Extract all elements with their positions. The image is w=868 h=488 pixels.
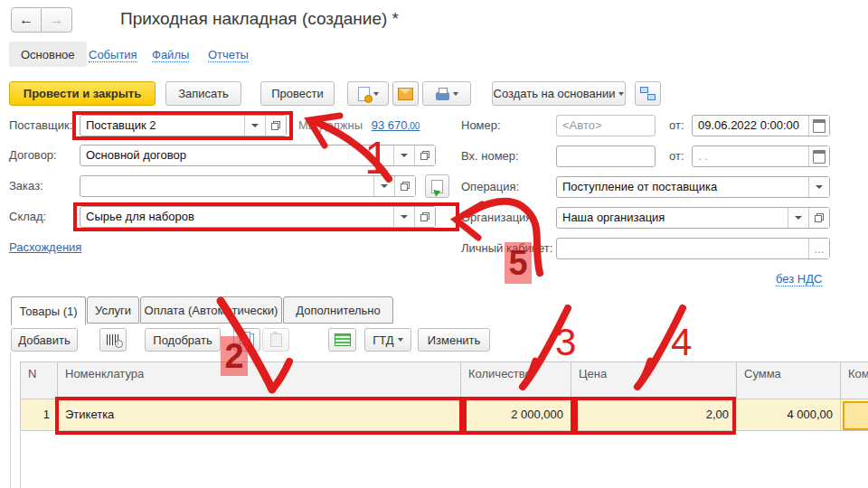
order-label: Заказ: [9, 179, 43, 192]
supplier-open-button[interactable] [265, 116, 286, 136]
tab-main[interactable]: Основное [9, 42, 87, 67]
column-header-n[interactable]: N [20, 362, 58, 399]
active-cell-highlight[interactable] [843, 401, 868, 430]
post-and-close-button[interactable]: Провести и закрыть [9, 81, 156, 106]
cell-row-number[interactable]: 1 [20, 399, 58, 430]
order-field[interactable] [80, 175, 416, 197]
barcode-scan-button[interactable] [99, 328, 127, 352]
debt-info: Мы должны 93 670,00 [298, 118, 420, 132]
page-title: Приходная накладная (создание) * [120, 9, 399, 29]
post-button[interactable]: Провести [260, 81, 335, 106]
number-label: Номер: [461, 118, 501, 132]
incoming-number-field[interactable] [556, 145, 656, 167]
operation-field[interactable]: Поступление от поставщика [556, 176, 830, 198]
edit-label: Изменить [428, 333, 481, 347]
contract-field[interactable]: Основной договор [80, 145, 436, 166]
tab-files[interactable]: Файлы [152, 48, 189, 62]
chevron-down-icon [816, 185, 823, 189]
chevron-down-icon [401, 215, 408, 219]
warehouse-dropdown-button[interactable] [393, 207, 414, 227]
column-header-sum[interactable]: Сумма [737, 362, 841, 399]
incoming-date-placeholder: . . [693, 146, 808, 166]
paste-row-button[interactable] [262, 328, 289, 352]
order-open-button[interactable] [394, 176, 415, 196]
column-header-item[interactable]: Номенклатура [58, 362, 461, 399]
send-email-button[interactable] [392, 81, 419, 106]
tab-services[interactable]: Услуги [87, 296, 139, 324]
contract-dropdown-button[interactable] [393, 145, 414, 165]
warehouse-open-button[interactable] [414, 207, 435, 227]
post-debit-button[interactable] [347, 81, 389, 106]
chevron-down-icon [453, 92, 458, 96]
column-header-qty[interactable]: Количество [461, 362, 571, 399]
supplier-dropdown-button[interactable] [244, 116, 265, 136]
back-button[interactable]: ← [11, 7, 42, 33]
tab-goods[interactable]: Товары (1) [11, 296, 86, 325]
organization-dropdown-button[interactable] [788, 208, 808, 228]
vat-link[interactable]: без НДС [776, 272, 822, 286]
date-calendar-button[interactable] [808, 116, 829, 136]
table-left-border [20, 432, 21, 488]
order-dropdown-button[interactable] [373, 176, 394, 196]
barcode-icon [107, 334, 120, 345]
add-row-button[interactable]: Добавить [11, 328, 78, 352]
contract-open-button[interactable] [414, 145, 435, 165]
write-button[interactable]: Записать [165, 81, 241, 106]
warehouse-field[interactable]: Сырье для наборов [80, 206, 436, 228]
date-field[interactable]: 09.06.2022 0:00:00 [692, 115, 830, 136]
organization-label: Организация: [461, 211, 535, 224]
post-label: Провести [271, 87, 324, 100]
organization-open-button[interactable] [808, 208, 829, 228]
pick-items-button[interactable]: Подобрать [145, 328, 221, 352]
organization-field[interactable]: Наша организация [556, 207, 830, 229]
personal-account-field[interactable]: ... [556, 238, 830, 259]
operation-dropdown-button[interactable] [808, 177, 829, 197]
column-header-comment[interactable]: Ком [841, 362, 868, 399]
calendar-icon [813, 150, 826, 164]
tab-extra[interactable]: Дополнительно [283, 296, 393, 324]
incoming-date-calendar-button[interactable] [808, 146, 829, 166]
incoming-date-field[interactable]: . . [692, 145, 830, 167]
printer-icon [436, 92, 449, 100]
debt-amount: 93 670 [372, 118, 408, 132]
tab-payment[interactable]: Оплата (Автоматически) [140, 296, 282, 324]
cell-price[interactable]: 2,00 [571, 399, 737, 430]
panel-left-border [10, 352, 11, 488]
pick-label: Подобрать [153, 333, 212, 347]
debt-amount-link[interactable]: 93 670,00 [372, 118, 420, 132]
print-button[interactable] [422, 81, 471, 106]
supplier-label: Поставщик: [9, 118, 72, 132]
annotation-number-3: 3 [555, 324, 576, 361]
cell-sum[interactable]: 4 000,00 [737, 399, 841, 430]
gtd-button[interactable]: ГТД [364, 328, 411, 352]
order-value [80, 176, 373, 196]
table-row[interactable]: 1 Этикетка 2 000,000 2,00 4 000,00 [20, 399, 868, 431]
create-on-base-button[interactable]: Создать на основании [492, 81, 626, 106]
chevron-down-icon [398, 338, 403, 342]
chevron-down-icon [618, 92, 624, 96]
table-settings-button[interactable] [328, 328, 356, 352]
edit-row-button[interactable]: Изменить [418, 328, 490, 352]
discrepancies-link[interactable]: Расхождения [9, 240, 81, 254]
cell-item[interactable]: Этикетка [58, 399, 461, 430]
number-field[interactable]: <Авто> [556, 115, 656, 136]
column-header-price[interactable]: Цена [571, 362, 737, 399]
tab-reports[interactable]: Отчеты [208, 48, 249, 62]
forward-arrow-icon: → [50, 12, 64, 28]
incoming-date-from-label: от: [669, 149, 684, 163]
order-create-button[interactable] [425, 174, 449, 198]
incoming-number-label: Вх. номер: [461, 149, 519, 163]
post-and-close-label: Провести и закрыть [24, 87, 141, 100]
cell-qty[interactable]: 2 000,000 [461, 399, 571, 430]
date-from-label: от: [669, 118, 684, 132]
supplier-field[interactable]: Поставщик 2 [80, 115, 287, 136]
document-clock-icon [358, 87, 370, 101]
forward-button[interactable]: → [42, 7, 72, 33]
copy-row-button[interactable] [233, 328, 260, 352]
related-documents-icon [640, 87, 656, 100]
personal-account-choose-button[interactable]: ... [808, 239, 829, 258]
related-documents-button[interactable] [635, 81, 661, 106]
open-icon [401, 182, 410, 191]
open-icon [420, 151, 429, 160]
tab-events[interactable]: События [89, 48, 137, 62]
